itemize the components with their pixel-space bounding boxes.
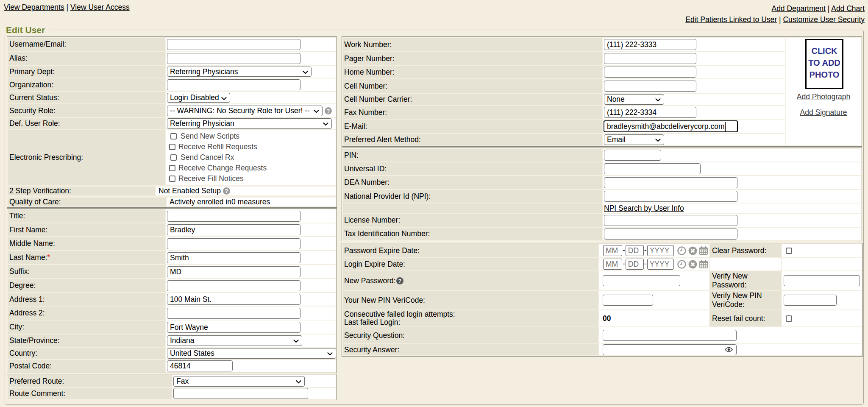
svg-text:?: ? <box>225 188 228 194</box>
svg-text:?: ? <box>398 278 401 284</box>
svg-text:?: ? <box>326 108 330 114</box>
